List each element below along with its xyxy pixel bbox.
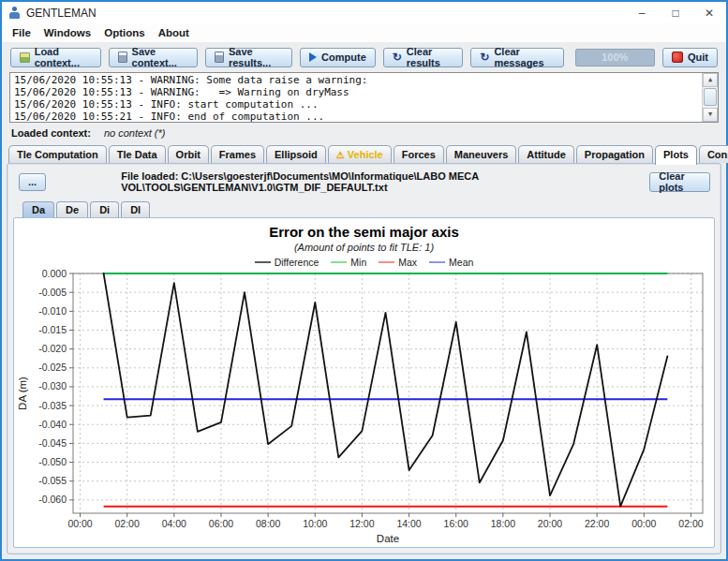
log-scrollbar[interactable]: ▲ ▼ bbox=[702, 73, 718, 122]
clear-results-label: Clear results bbox=[407, 46, 453, 68]
tab-attitude[interactable]: Attitude bbox=[518, 145, 574, 163]
clear-messages-button[interactable]: ↻ Clear messages bbox=[470, 48, 563, 67]
tab-maneuvers[interactable]: Maneuvers bbox=[446, 145, 516, 163]
scrollbar-thumb[interactable] bbox=[704, 88, 717, 106]
subtab-dl[interactable]: Dl bbox=[121, 201, 150, 217]
save-results-button[interactable]: Save results... bbox=[205, 48, 292, 67]
load-context-label: Load context... bbox=[35, 46, 92, 68]
subtab-di[interactable]: Di bbox=[90, 201, 119, 217]
scroll-down-icon[interactable]: ▼ bbox=[703, 108, 718, 122]
maximize-button[interactable]: □ bbox=[659, 2, 692, 23]
quit-label: Quit bbox=[688, 52, 708, 63]
plot-subtabs: DaDeDiDl bbox=[7, 196, 721, 217]
chart-panel: Error on the semi major axis (Amount of … bbox=[13, 217, 715, 548]
file-row: ... File loaded: C:\Users\goesterjf\Docu… bbox=[7, 164, 721, 196]
svg-text:02:00: 02:00 bbox=[678, 518, 703, 529]
svg-text:-0.035: -0.035 bbox=[38, 400, 67, 411]
chart-subtitle: (Amount of points to fit TLE: 1) bbox=[294, 241, 434, 254]
svg-text:0.000: 0.000 bbox=[42, 269, 67, 279]
tab-label: Vehicle bbox=[348, 149, 383, 160]
legend-item-min: Min bbox=[331, 257, 366, 268]
series-difference bbox=[104, 273, 668, 507]
main-tabs: Tle ComputationTle DataOrbitFramesEllips… bbox=[2, 140, 726, 163]
menubar: FileWindowsOptionsAbout bbox=[2, 23, 726, 43]
svg-text:18:00: 18:00 bbox=[491, 518, 515, 529]
y-axis-label: DA (m) bbox=[17, 376, 28, 410]
menu-about[interactable]: About bbox=[152, 27, 196, 38]
loaded-context-row: Loaded context: no context (*) bbox=[2, 125, 726, 140]
subtab-da[interactable]: Da bbox=[22, 201, 54, 218]
tab-label: Tle Computation bbox=[17, 149, 98, 160]
clear-results-button[interactable]: ↻ Clear results bbox=[383, 48, 464, 67]
svg-text:16:00: 16:00 bbox=[444, 518, 468, 529]
svg-text:-0.055: -0.055 bbox=[38, 475, 67, 486]
tab-label: Maneuvers bbox=[454, 149, 508, 160]
subtab-de[interactable]: De bbox=[56, 201, 88, 217]
loaded-context-value: no context (*) bbox=[104, 127, 165, 139]
quit-button[interactable]: Quit bbox=[662, 48, 718, 67]
svg-text:20:00: 20:00 bbox=[538, 518, 562, 529]
tab-label: Ellipsoid bbox=[275, 149, 318, 160]
compute-button[interactable]: Compute bbox=[300, 48, 376, 67]
chart-title: Error on the semi major axis bbox=[269, 223, 459, 241]
svg-text:00:00: 00:00 bbox=[631, 518, 656, 529]
clear-plots-button[interactable]: Clear plots bbox=[649, 172, 710, 192]
svg-text:-0.025: -0.025 bbox=[38, 362, 67, 373]
menu-options[interactable]: Options bbox=[97, 27, 151, 38]
svg-text:14:00: 14:00 bbox=[396, 518, 421, 529]
log-line: 15/06/2020 10:55:21 - INFO: end of compu… bbox=[14, 111, 697, 123]
tab-label: Propagation bbox=[585, 149, 645, 160]
tab-orbit[interactable]: Orbit bbox=[168, 145, 209, 163]
save-icon bbox=[118, 52, 127, 63]
play-icon bbox=[309, 52, 317, 62]
svg-text:-0.030: -0.030 bbox=[38, 380, 67, 391]
scroll-up-icon[interactable]: ▲ bbox=[703, 73, 718, 87]
tab-plots[interactable]: Plots bbox=[655, 145, 697, 165]
tab-ellipsoid[interactable]: Ellipsoid bbox=[266, 145, 326, 163]
y-tick-labels: 0.000-0.005-0.010-0.015-0.020-0.025-0.03… bbox=[38, 269, 67, 505]
window-title: GENTLEMAN bbox=[26, 7, 97, 20]
chart-gridlines bbox=[73, 273, 703, 513]
log-area[interactable]: 15/06/2020 10:55:13 - WARNING: Some data… bbox=[9, 72, 719, 123]
close-button[interactable]: ✕ bbox=[692, 2, 726, 23]
tab-frames[interactable]: Frames bbox=[211, 145, 264, 163]
tab-label: Plots bbox=[663, 149, 689, 160]
toolbar: Load context... Save context... Save res… bbox=[2, 43, 726, 71]
chart-legend: DifferenceMinMaxMean bbox=[255, 256, 474, 269]
svg-text:-0.050: -0.050 bbox=[38, 456, 67, 467]
tab-tle-computation[interactable]: Tle Computation bbox=[8, 145, 107, 163]
legend-label: Min bbox=[350, 257, 366, 268]
warning-icon: ⚠ bbox=[336, 150, 345, 160]
tab-tle-data[interactable]: Tle Data bbox=[109, 145, 166, 163]
loaded-context-label: Loaded context: bbox=[11, 127, 91, 139]
refresh-icon: ↻ bbox=[393, 52, 402, 62]
browse-button[interactable]: ... bbox=[19, 173, 46, 191]
svg-text:06:00: 06:00 bbox=[209, 518, 233, 529]
svg-text:-0.020: -0.020 bbox=[38, 343, 67, 354]
save-context-button[interactable]: Save context... bbox=[109, 48, 198, 67]
axis-ticks bbox=[69, 273, 691, 517]
tab-label: Frames bbox=[219, 149, 256, 160]
menu-file[interactable]: File bbox=[6, 27, 37, 38]
clear-messages-label: Clear messages bbox=[494, 46, 554, 68]
legend-label: Mean bbox=[449, 257, 473, 268]
svg-text:-0.010: -0.010 bbox=[38, 305, 67, 317]
legend-line-icon bbox=[255, 261, 271, 263]
save-results-label: Save results... bbox=[229, 46, 283, 68]
load-context-button[interactable]: Load context... bbox=[10, 48, 101, 67]
svg-text:10:00: 10:00 bbox=[303, 518, 327, 529]
tab-console[interactable]: Console bbox=[699, 145, 728, 163]
tab-forces[interactable]: Forces bbox=[394, 145, 444, 163]
refresh-icon: ↻ bbox=[480, 52, 489, 62]
svg-text:00:00: 00:00 bbox=[67, 518, 92, 529]
menu-windows[interactable]: Windows bbox=[37, 27, 97, 38]
file-loaded-text: File loaded: C:\Users\goesterjf\Document… bbox=[121, 170, 649, 193]
tab-propagation[interactable]: Propagation bbox=[576, 145, 653, 163]
tab-vehicle[interactable]: ⚠Vehicle bbox=[328, 145, 392, 163]
minimize-button[interactable]: – bbox=[625, 2, 659, 23]
chart-svg: 00:0002:0004:0006:0008:0010:0012:0014:00… bbox=[13, 269, 715, 546]
legend-item-max: Max bbox=[379, 257, 417, 268]
svg-text:12:00: 12:00 bbox=[349, 518, 374, 529]
svg-text:-0.005: -0.005 bbox=[38, 287, 67, 298]
legend-item-mean: Mean bbox=[429, 257, 473, 268]
